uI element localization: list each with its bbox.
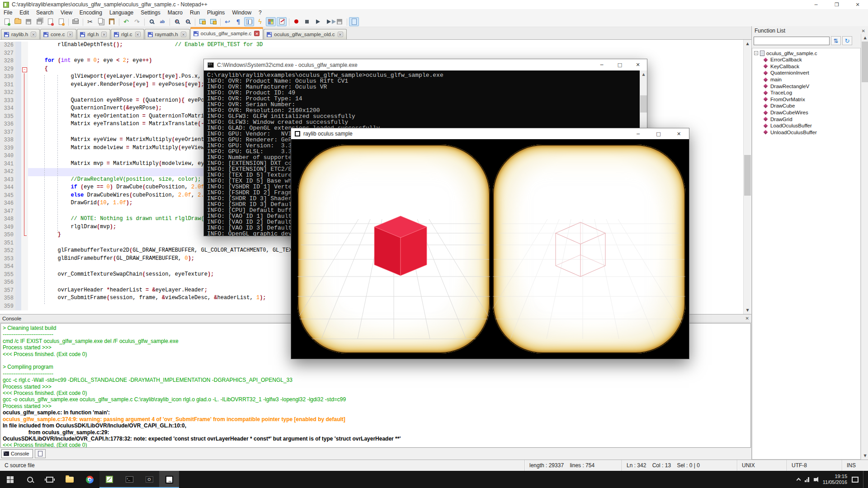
scroll-down-icon[interactable]: ▼ bbox=[861, 452, 868, 460]
bookmark-margin[interactable] bbox=[15, 89, 21, 97]
maximize-icon[interactable]: □ bbox=[611, 59, 629, 70]
bookmark-margin[interactable] bbox=[15, 97, 21, 105]
bookmark-margin[interactable] bbox=[15, 73, 21, 81]
doc-switcher-icon[interactable] bbox=[349, 17, 359, 26]
function-item-ErrorCallback[interactable]: ErrorCallback bbox=[754, 56, 860, 63]
fold-margin[interactable] bbox=[21, 136, 28, 145]
menu-item-help[interactable]: ? bbox=[255, 9, 265, 16]
bookmark-margin[interactable] bbox=[15, 50, 21, 58]
tab-close-icon[interactable]: ✕ bbox=[181, 32, 186, 37]
scroll-down-icon[interactable]: ▼ bbox=[744, 306, 751, 314]
search-button[interactable] bbox=[20, 471, 40, 488]
menu-item-plugins[interactable]: Plugins bbox=[203, 9, 228, 16]
console-close-icon[interactable]: ✕ bbox=[745, 316, 749, 321]
copy-icon[interactable] bbox=[96, 17, 106, 26]
oculus-app-button[interactable]: O bbox=[139, 471, 159, 488]
network-icon[interactable] bbox=[805, 477, 809, 482]
fold-margin[interactable] bbox=[21, 129, 28, 137]
menu-item-edit[interactable]: Edit bbox=[16, 9, 33, 16]
fold-margin[interactable] bbox=[21, 81, 28, 89]
fold-margin[interactable] bbox=[21, 208, 28, 216]
function-item-QuaternionInvert[interactable]: QuaternionInvert bbox=[754, 70, 860, 76]
fold-margin[interactable] bbox=[21, 176, 28, 184]
bookmark-margin[interactable] bbox=[15, 255, 21, 263]
show-desktop-button[interactable] bbox=[863, 471, 865, 488]
fold-margin[interactable] bbox=[21, 184, 28, 192]
function-item-UnloadOculusBuffer[interactable]: UnloadOculusBuffer bbox=[754, 129, 860, 136]
shortcut-mapper-icon[interactable]: ϟ bbox=[255, 17, 265, 26]
bookmark-margin[interactable] bbox=[15, 136, 21, 145]
tab-oculus_glfw_sample_old.c[interactable]: oculus_glfw_sample_old.c✕ bbox=[264, 29, 346, 39]
print-icon[interactable] bbox=[71, 17, 80, 26]
function-item-TraceLog[interactable]: TraceLog bbox=[754, 89, 860, 96]
paste-icon[interactable] bbox=[107, 17, 117, 26]
fold-margin[interactable] bbox=[21, 200, 28, 208]
taskbar-clock[interactable]: 19:15 11/05/2016 bbox=[823, 474, 847, 485]
bookmark-margin[interactable] bbox=[15, 216, 21, 224]
fold-margin[interactable] bbox=[21, 97, 28, 105]
tab-close-icon[interactable]: ✕ bbox=[101, 32, 107, 37]
fold-margin[interactable] bbox=[21, 42, 28, 50]
file-explorer-button[interactable] bbox=[60, 471, 80, 488]
close-doc-icon[interactable] bbox=[45, 17, 55, 26]
menu-item-settings[interactable]: Settings bbox=[137, 9, 164, 16]
tab-close-icon[interactable]: ✕ bbox=[338, 32, 343, 37]
editor-scroll-thumb[interactable] bbox=[744, 155, 751, 196]
minimize-icon[interactable]: ─ bbox=[628, 128, 648, 139]
bookmark-margin[interactable] bbox=[15, 184, 21, 192]
fold-margin[interactable] bbox=[21, 279, 28, 287]
tab-close-icon[interactable]: ✕ bbox=[67, 32, 73, 37]
menu-item-macro[interactable]: Macro bbox=[164, 9, 186, 16]
fold-margin[interactable] bbox=[21, 231, 28, 239]
raylib-button[interactable] bbox=[159, 471, 179, 488]
menu-item-run[interactable]: Run bbox=[186, 9, 203, 16]
fold-margin[interactable] bbox=[21, 66, 28, 74]
cmd-scroll-thumb[interactable] bbox=[640, 95, 647, 113]
macro-run-multi-icon[interactable] bbox=[324, 17, 334, 26]
start-button[interactable] bbox=[0, 471, 20, 488]
fold-margin[interactable] bbox=[21, 239, 28, 248]
bookmark-margin[interactable] bbox=[15, 42, 21, 50]
indent-guide-icon[interactable] bbox=[244, 17, 254, 26]
sync-v-icon[interactable] bbox=[197, 17, 207, 26]
status-eol-format[interactable]: UNIX bbox=[737, 460, 787, 471]
maximize-icon[interactable]: ❐ bbox=[826, 0, 847, 9]
status-encoding[interactable]: UTF-8 bbox=[787, 460, 842, 471]
menu-item-view[interactable]: View bbox=[57, 9, 76, 16]
fold-margin[interactable] bbox=[21, 216, 28, 224]
bookmark-margin[interactable] bbox=[15, 192, 21, 200]
tab-raymath.h[interactable]: raymath.h✕ bbox=[145, 29, 190, 39]
bookmark-margin[interactable] bbox=[15, 287, 21, 295]
menu-item-encoding[interactable]: Encoding bbox=[76, 9, 106, 16]
function-item-DrawGrid[interactable]: DrawGrid bbox=[754, 116, 860, 122]
tab-rlgl.h[interactable]: rlgl.h✕ bbox=[77, 29, 110, 39]
task-view-button[interactable] bbox=[40, 471, 60, 488]
macro-stop-icon[interactable] bbox=[302, 17, 312, 26]
fold-margin[interactable] bbox=[21, 255, 28, 263]
function-list-scrollbar[interactable]: ▲ ▼ bbox=[861, 34, 868, 460]
fold-margin[interactable] bbox=[21, 192, 28, 200]
fold-margin[interactable] bbox=[21, 224, 28, 232]
minimize-icon[interactable]: ─ bbox=[806, 0, 826, 9]
function-item-LoadOculusBuffer[interactable]: LoadOculusBuffer bbox=[754, 122, 860, 129]
bookmark-margin[interactable] bbox=[15, 239, 21, 248]
menu-item-file[interactable]: File bbox=[0, 9, 16, 16]
replace-icon[interactable]: ab bbox=[157, 17, 167, 26]
fold-margin[interactable] bbox=[21, 247, 28, 255]
bookmark-margin[interactable] bbox=[15, 176, 21, 184]
fold-margin[interactable] bbox=[21, 121, 28, 129]
word-wrap-icon[interactable]: ↩ bbox=[222, 17, 232, 26]
console-tab[interactable]: Console bbox=[1, 449, 33, 458]
notepad-plus-plus-button[interactable] bbox=[99, 471, 119, 488]
bookmark-margin[interactable] bbox=[15, 271, 21, 279]
tab-close-icon[interactable]: ✕ bbox=[135, 32, 141, 37]
minimize-icon[interactable]: ─ bbox=[593, 59, 611, 70]
tab-oculus_glfw_sample.c[interactable]: oculus_glfw_sample.c✕ bbox=[190, 27, 264, 39]
bookmark-margin[interactable] bbox=[15, 81, 21, 89]
open-file-icon[interactable] bbox=[13, 17, 23, 26]
bookmark-margin[interactable] bbox=[15, 263, 21, 271]
fold-margin[interactable] bbox=[21, 73, 28, 81]
bookmark-margin[interactable] bbox=[15, 168, 21, 176]
bookmark-margin[interactable] bbox=[15, 247, 21, 255]
function-tree-root[interactable]: − oculus_glfw_sample.c bbox=[754, 50, 860, 56]
